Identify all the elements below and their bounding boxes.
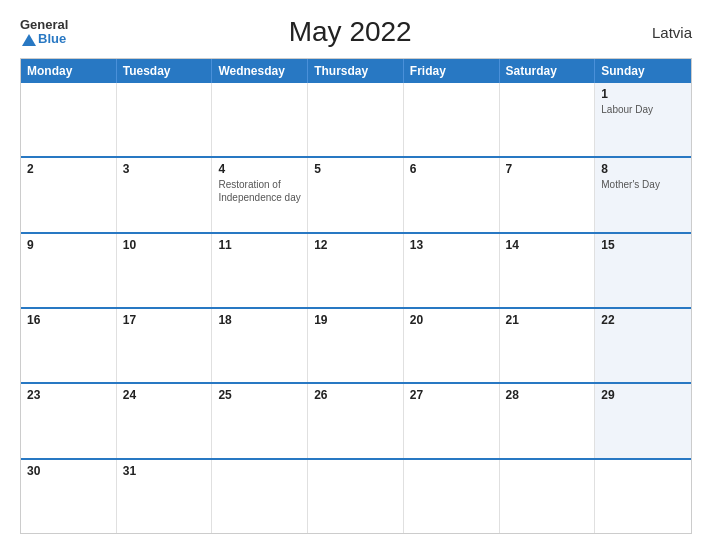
day-number: 9 (27, 238, 110, 252)
day-number: 5 (314, 162, 397, 176)
calendar-cell (212, 460, 308, 533)
calendar-cell (21, 83, 117, 156)
calendar-cell: 14 (500, 234, 596, 307)
calendar-cell: 8Mother's Day (595, 158, 691, 231)
day-number: 7 (506, 162, 589, 176)
calendar-cell: 3 (117, 158, 213, 231)
calendar-cell: 25 (212, 384, 308, 457)
calendar-cell: 10 (117, 234, 213, 307)
calendar-cell (595, 460, 691, 533)
calendar-cell: 30 (21, 460, 117, 533)
calendar-cell: 9 (21, 234, 117, 307)
day-number: 19 (314, 313, 397, 327)
calendar-body: 1Labour Day234Restoration of Independenc… (21, 83, 691, 533)
calendar-week: 1Labour Day (21, 83, 691, 156)
calendar: Monday Tuesday Wednesday Thursday Friday… (20, 58, 692, 534)
calendar-cell: 21 (500, 309, 596, 382)
day-number: 18 (218, 313, 301, 327)
calendar-cell: 26 (308, 384, 404, 457)
day-number: 29 (601, 388, 685, 402)
calendar-header: Monday Tuesday Wednesday Thursday Friday… (21, 59, 691, 83)
day-number: 3 (123, 162, 206, 176)
logo-area: General Blue (20, 18, 68, 46)
day-number: 30 (27, 464, 110, 478)
calendar-cell: 1Labour Day (595, 83, 691, 156)
header-saturday: Saturday (500, 59, 596, 83)
calendar-cell (212, 83, 308, 156)
calendar-cell: 20 (404, 309, 500, 382)
calendar-cell: 16 (21, 309, 117, 382)
day-number: 25 (218, 388, 301, 402)
logo: General Blue (20, 18, 68, 46)
day-number: 4 (218, 162, 301, 176)
header-thursday: Thursday (308, 59, 404, 83)
calendar-cell: 12 (308, 234, 404, 307)
day-number: 15 (601, 238, 685, 252)
calendar-cell: 11 (212, 234, 308, 307)
calendar-cell (500, 83, 596, 156)
calendar-cell (404, 460, 500, 533)
logo-blue-text: Blue (38, 31, 66, 46)
day-number: 13 (410, 238, 493, 252)
page: General Blue May 2022 Latvia Monday Tues… (0, 0, 712, 550)
calendar-cell: 7 (500, 158, 596, 231)
logo-triangle-icon (22, 34, 36, 46)
day-number: 12 (314, 238, 397, 252)
calendar-cell (308, 83, 404, 156)
calendar-cell: 4Restoration of Independence day (212, 158, 308, 231)
calendar-cell: 18 (212, 309, 308, 382)
header-sunday: Sunday (595, 59, 691, 83)
day-event: Labour Day (601, 104, 653, 115)
calendar-cell (500, 460, 596, 533)
calendar-cell: 22 (595, 309, 691, 382)
day-event: Mother's Day (601, 179, 660, 190)
calendar-week: 9101112131415 (21, 232, 691, 307)
day-number: 27 (410, 388, 493, 402)
day-number: 8 (601, 162, 685, 176)
day-number: 22 (601, 313, 685, 327)
calendar-cell: 23 (21, 384, 117, 457)
calendar-cell: 19 (308, 309, 404, 382)
calendar-week: 3031 (21, 458, 691, 533)
calendar-cell: 2 (21, 158, 117, 231)
calendar-cell (308, 460, 404, 533)
calendar-cell: 24 (117, 384, 213, 457)
calendar-cell: 6 (404, 158, 500, 231)
day-number: 28 (506, 388, 589, 402)
day-number: 2 (27, 162, 110, 176)
calendar-week: 234Restoration of Independence day5678Mo… (21, 156, 691, 231)
day-number: 17 (123, 313, 206, 327)
calendar-cell: 15 (595, 234, 691, 307)
calendar-cell: 13 (404, 234, 500, 307)
calendar-cell: 5 (308, 158, 404, 231)
day-number: 31 (123, 464, 206, 478)
calendar-cell (404, 83, 500, 156)
header: General Blue May 2022 Latvia (20, 16, 692, 48)
calendar-week: 23242526272829 (21, 382, 691, 457)
calendar-cell: 31 (117, 460, 213, 533)
day-number: 16 (27, 313, 110, 327)
day-number: 6 (410, 162, 493, 176)
day-number: 26 (314, 388, 397, 402)
country-label: Latvia (632, 24, 692, 41)
day-number: 11 (218, 238, 301, 252)
calendar-cell: 27 (404, 384, 500, 457)
day-number: 24 (123, 388, 206, 402)
day-number: 23 (27, 388, 110, 402)
day-number: 20 (410, 313, 493, 327)
calendar-cell: 17 (117, 309, 213, 382)
header-monday: Monday (21, 59, 117, 83)
calendar-cell: 28 (500, 384, 596, 457)
logo-general-text: General (20, 18, 68, 31)
page-title: May 2022 (68, 16, 632, 48)
header-wednesday: Wednesday (212, 59, 308, 83)
header-friday: Friday (404, 59, 500, 83)
calendar-week: 16171819202122 (21, 307, 691, 382)
header-tuesday: Tuesday (117, 59, 213, 83)
day-number: 14 (506, 238, 589, 252)
day-number: 10 (123, 238, 206, 252)
day-number: 1 (601, 87, 685, 101)
day-event: Restoration of Independence day (218, 179, 300, 203)
day-number: 21 (506, 313, 589, 327)
calendar-cell: 29 (595, 384, 691, 457)
